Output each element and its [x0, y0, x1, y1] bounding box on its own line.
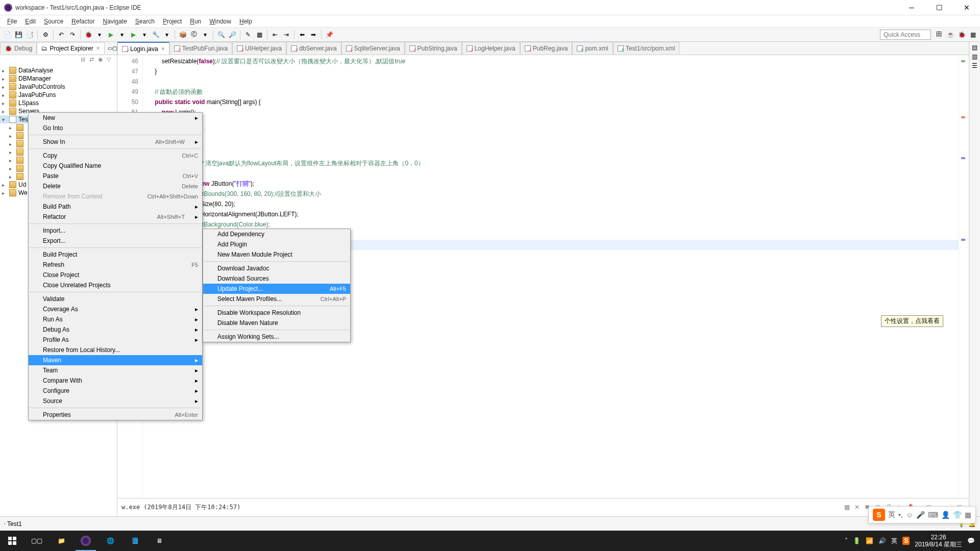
editor-tab-testpubfun-java[interactable]: TestPubFun.java — [169, 42, 232, 55]
action-center-icon[interactable]: 💬 — [967, 537, 975, 544]
menu-run[interactable]: Run — [186, 16, 205, 27]
code-line[interactable]: Layout(null);// 清空java默认为flowLayout布局，设置… — [148, 158, 959, 168]
expand-arrow-icon[interactable]: ▸ — [9, 133, 14, 139]
dropdown-icon[interactable]: ▾ — [139, 30, 150, 40]
ime-punct-icon[interactable]: •, — [898, 511, 903, 519]
dropdown-icon[interactable]: ▾ — [200, 30, 210, 40]
menu-item-copy-qualified-name[interactable]: Copy Qualified Name — [29, 161, 202, 171]
menu-project[interactable]: Project — [159, 16, 186, 27]
code-line[interactable]: //OpenBox.setBackground(Color.blue); — [148, 219, 959, 230]
menu-item-maven[interactable]: Maven▸ — [29, 355, 202, 365]
project-explorer-tab[interactable]: 🗂 Project Explorer × — [37, 42, 104, 54]
ime-voice-icon[interactable]: 🎤 — [916, 511, 925, 519]
debug-perspective-icon[interactable]: 🐞 — [957, 30, 967, 40]
java-perspective-icon[interactable]: ☕ — [945, 30, 955, 40]
menu-item-show-in[interactable]: Show InAlt+Shift+W▸ — [29, 137, 202, 147]
file-explorer-button[interactable]: 📁 — [49, 531, 74, 551]
menu-item-restore-from-local-history[interactable]: Restore from Local History... — [29, 345, 202, 355]
project-javapubfuns[interactable]: ▸JavaPubFuns — [0, 91, 117, 99]
close-icon[interactable]: × — [161, 45, 165, 53]
minimize-button[interactable]: ─ — [902, 4, 921, 12]
quick-access-input[interactable] — [880, 30, 931, 40]
code-line[interactable]: OpenBox.setSize(80, 20); — [148, 199, 959, 209]
debug-icon[interactable]: 🐞 — [83, 30, 93, 40]
ime-indicator[interactable]: 英 — [891, 537, 897, 545]
toggle-mark-icon[interactable]: ✎ — [243, 30, 253, 40]
toggle-icon[interactable]: ⚙ — [40, 30, 51, 40]
wifi-icon[interactable]: 📶 — [866, 537, 873, 544]
code-line[interactable]: } — [148, 66, 959, 77]
editor-tab-uihelper-java[interactable]: UIHelper.java — [232, 42, 286, 55]
menu-item-refresh[interactable]: RefreshF5 — [29, 260, 202, 270]
expand-arrow-icon[interactable]: ▸ — [9, 158, 14, 163]
menu-refactor[interactable]: Refactor — [67, 16, 99, 27]
ime-toolbox-icon[interactable]: ▦ — [965, 511, 971, 519]
expand-arrow-icon[interactable]: ▸ — [2, 101, 7, 106]
menu-item-new[interactable]: New▸ — [29, 113, 202, 123]
editor-tab-sqliteserver-java[interactable]: SqliteServer.java — [341, 42, 405, 55]
dropdown-icon[interactable]: ▾ — [117, 30, 127, 40]
code-line[interactable] — [148, 117, 959, 128]
pin-icon[interactable]: 📌 — [324, 30, 334, 40]
menu-item-configure[interactable]: Configure▸ — [29, 386, 202, 396]
expand-arrow-icon[interactable]: ▸ — [9, 149, 14, 155]
expand-arrow-icon[interactable]: ▾ — [2, 117, 7, 122]
menu-item-refactor[interactable]: RefactorAlt+Shift+T▸ — [29, 212, 202, 222]
ime-user-icon[interactable]: 👤 — [941, 511, 950, 519]
expand-arrow-icon[interactable]: ▸ — [9, 125, 14, 131]
close-icon[interactable]: × — [96, 45, 100, 52]
menu-item-download-javadoc[interactable]: Download Javadoc — [203, 263, 350, 273]
overview-ruler[interactable] — [959, 55, 969, 507]
minimize-view-icon[interactable]: ▭ — [108, 45, 112, 51]
menu-item-properties[interactable]: PropertiesAlt+Enter — [29, 410, 202, 420]
project-lspass[interactable]: ▸LSpass — [0, 99, 117, 107]
sogou-logo-icon[interactable]: S — [873, 509, 885, 521]
editor-tab-login-java[interactable]: Login.java× — [117, 42, 169, 55]
remove-launch-icon[interactable]: ✕ — [854, 504, 863, 512]
chrome-taskbar-button[interactable]: 🌐 — [98, 531, 122, 551]
menu-item-team[interactable]: Team▸ — [29, 365, 202, 375]
shift-left-icon[interactable]: ⇤ — [270, 30, 280, 40]
menu-item-build-path[interactable]: Build Path▸ — [29, 202, 202, 212]
redo-icon[interactable]: ↷ — [67, 30, 78, 40]
save-icon[interactable]: 💾 — [13, 30, 23, 40]
expand-arrow-icon[interactable]: ▸ — [2, 84, 7, 90]
menu-item-go-into[interactable]: Go Into — [29, 123, 202, 133]
task-list-icon[interactable]: ☰ — [972, 62, 977, 69]
menu-item-profile-as[interactable]: Profile As▸ — [29, 335, 202, 345]
battery-icon[interactable]: 🔋 — [853, 537, 861, 544]
ime-keyboard-icon[interactable]: ⌨ — [928, 511, 938, 519]
project-javapubcontrols[interactable]: ▸JavaPubControls — [0, 83, 117, 91]
expand-arrow-icon[interactable]: ▸ — [2, 92, 7, 98]
terminate-all-icon[interactable]: ▦ — [844, 504, 852, 512]
expand-arrow-icon[interactable]: ▸ — [2, 182, 7, 188]
coverage-icon[interactable]: ▶ — [128, 30, 138, 40]
menu-item-debug-as[interactable]: Debug As▸ — [29, 324, 202, 335]
menu-item-close-project[interactable]: Close Project — [29, 270, 202, 280]
menu-navigate[interactable]: Navigate — [99, 16, 131, 27]
menu-item-coverage-as[interactable]: Coverage As▸ — [29, 304, 202, 314]
new-icon[interactable]: 📄 — [2, 30, 12, 40]
menu-item-delete[interactable]: DeleteDelete — [29, 181, 202, 191]
menu-item-source[interactable]: Source▸ — [29, 396, 202, 406]
menu-search[interactable]: Search — [131, 16, 159, 27]
menu-item-new-maven-module-project[interactable]: New Maven Module Project — [203, 249, 350, 260]
expand-arrow-icon[interactable]: ▸ — [9, 141, 14, 147]
forward-icon[interactable]: ➡ — [308, 30, 318, 40]
menu-item-compare-with[interactable]: Compare With▸ — [29, 375, 202, 386]
editor-tab-test1-src-pom-xml[interactable]: Test1/src/pom.xml — [613, 42, 680, 55]
ime-toolbar[interactable]: S 英 •, ☺ 🎤 ⌨ 👤 👕 ▦ — [868, 506, 976, 523]
expand-arrow-icon[interactable]: ▸ — [2, 76, 7, 82]
menu-item-select-maven-profiles[interactable]: Select Maven Profiles...Ctrl+Alt+P — [203, 294, 350, 304]
code-line[interactable] — [148, 77, 959, 87]
menu-item-add-plugin[interactable]: Add Plugin — [203, 239, 350, 249]
menu-item-export[interactable]: Export... — [29, 236, 202, 246]
menu-item-run-as[interactable]: Run As▸ — [29, 314, 202, 324]
sogou-tray-icon[interactable]: S — [902, 537, 910, 545]
menu-help[interactable]: Help — [235, 16, 256, 27]
undo-icon[interactable]: ↶ — [56, 30, 66, 40]
editor-tab-loghelper-java[interactable]: LogHelper.java — [462, 42, 520, 55]
menu-file[interactable]: File — [3, 16, 21, 27]
expand-arrow-icon[interactable]: ▸ — [2, 109, 7, 114]
new-class-icon[interactable]: Ⓒ — [189, 30, 199, 40]
